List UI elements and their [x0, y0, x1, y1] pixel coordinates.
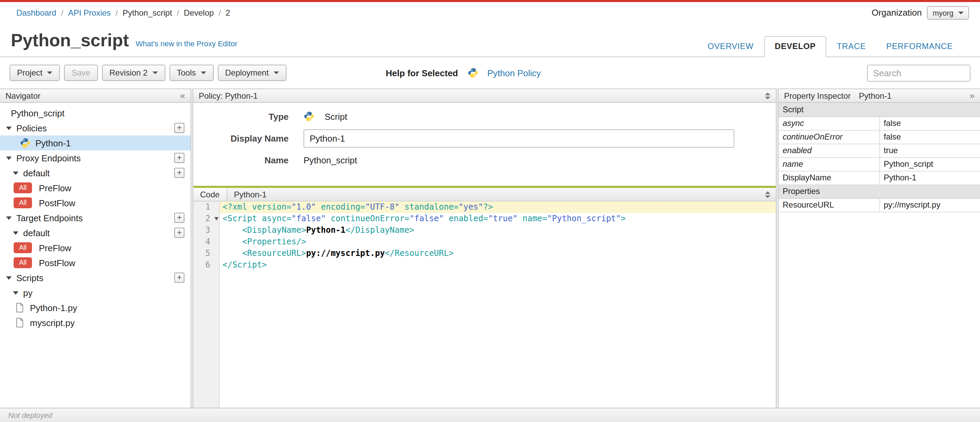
line-number: 3 — [193, 225, 220, 236]
organization-select[interactable]: myorg — [927, 6, 969, 19]
tools-menu-button[interactable]: Tools — [169, 65, 214, 81]
disclosure-triangle-icon[interactable] — [13, 171, 18, 175]
code-editor[interactable]: 1<?xml version="1.0" encoding="UTF-8" st… — [193, 201, 776, 408]
python-icon — [468, 67, 479, 78]
collapse-left-icon[interactable]: « — [180, 91, 185, 100]
nav-item-proxy-endpoints[interactable]: Proxy Endpoints+ — [0, 150, 191, 166]
disclosure-triangle-icon[interactable] — [6, 216, 11, 220]
disclosure-triangle-icon[interactable] — [6, 126, 11, 130]
collapse-right-icon[interactable]: » — [970, 91, 975, 100]
code-line[interactable]: <Script async="false" continueOnError="f… — [220, 213, 776, 225]
nav-item-preflow[interactable]: AllPreFlow — [0, 180, 191, 195]
panel-splitter[interactable] — [776, 89, 778, 408]
code-tab[interactable]: Code — [193, 188, 227, 201]
inspector-property-value[interactable]: true — [879, 143, 980, 157]
tools-menu-label: Tools — [177, 68, 196, 78]
nav-item-myscript-py[interactable]: myscript.py — [0, 315, 191, 330]
tab-trace[interactable]: TRACE — [827, 37, 875, 56]
python-policy-help-link[interactable]: Python Policy — [487, 68, 541, 78]
display-name-row: Display Name — [193, 129, 776, 148]
display-name-label: Display Name — [193, 134, 288, 143]
code-line[interactable]: </Script> — [220, 259, 776, 271]
inspector-property-name: enabled — [778, 143, 879, 157]
disclosure-triangle-icon[interactable] — [13, 231, 18, 234]
tab-performance[interactable]: PERFORMANCE — [877, 37, 963, 56]
chevron-down-icon — [274, 72, 279, 74]
add-button[interactable]: + — [174, 213, 185, 223]
collapse-expand-icon[interactable] — [765, 191, 770, 198]
nav-item-label: PostFlow — [39, 198, 75, 208]
inspector-property-value[interactable]: py://myscript.py — [879, 198, 980, 212]
python-icon — [20, 137, 30, 148]
code-line[interactable]: <ResourceURL>py://myscript.py</ResourceU… — [220, 248, 776, 259]
breadcrumb-item[interactable]: API Proxies — [68, 8, 111, 18]
revision-menu-button[interactable]: Revision 2 — [102, 65, 165, 81]
main-tabs: OVERVIEWDEVELOPTRACEPERFORMANCE — [698, 36, 963, 56]
tab-develop[interactable]: DEVELOP — [765, 36, 826, 57]
nav-item-label: Scripts — [16, 272, 43, 283]
inspector-property-value[interactable]: false — [879, 116, 980, 130]
add-button[interactable]: + — [174, 168, 185, 178]
disclosure-triangle-icon[interactable] — [13, 291, 18, 295]
page-title: Python_script — [11, 30, 129, 51]
type-label: Type — [193, 111, 288, 121]
inspector-property-value[interactable]: Python-1 — [879, 171, 980, 185]
inspector-row-resourceurl: ResourceURLpy://myscript.py — [778, 198, 980, 212]
property-inspector-subtitle: Python-1 — [859, 91, 891, 100]
nav-item-default[interactable]: default+ — [0, 225, 191, 240]
breadcrumb-separator: / — [61, 8, 63, 18]
inspector-row-name: namePython_script — [778, 157, 980, 171]
breadcrumb-item[interactable]: Dashboard — [16, 8, 56, 18]
policy-editor-panel: Policy: Python-1 Type Script Display Nam… — [193, 89, 776, 408]
inspector-property-value[interactable]: Python_script — [879, 157, 980, 171]
nav-item-python-1[interactable]: Python-1 — [0, 135, 191, 150]
deployment-menu-label: Deployment — [225, 68, 269, 78]
nav-item-scripts[interactable]: Scripts+ — [0, 270, 191, 285]
nav-item-label: PreFlow — [39, 183, 71, 193]
nav-item-policies[interactable]: Policies+ — [0, 121, 191, 135]
flow-condition-badge: All — [14, 257, 32, 268]
inspector-row-displayname: DisplayNamePython-1 — [778, 171, 980, 185]
disclosure-triangle-icon[interactable] — [6, 276, 11, 279]
search-input[interactable] — [867, 64, 970, 81]
display-name-input[interactable] — [304, 129, 734, 148]
nav-item-preflow[interactable]: AllPreFlow — [0, 240, 191, 255]
nav-item-python-1-py[interactable]: Python-1.py — [0, 300, 191, 315]
tab-overview[interactable]: OVERVIEW — [698, 37, 763, 56]
deployment-menu-button[interactable]: Deployment — [218, 65, 286, 81]
code-line[interactable]: <?xml version="1.0" encoding="UTF-8" sta… — [220, 201, 776, 213]
breadcrumb-item: 2 — [226, 8, 230, 18]
nav-item-target-endpoints[interactable]: Target Endpoints+ — [0, 210, 191, 225]
disclosure-triangle-icon[interactable] — [6, 156, 11, 159]
collapse-expand-icon[interactable] — [765, 92, 770, 99]
status-bar: Not deployed — [0, 408, 980, 422]
panel-splitter[interactable] — [191, 89, 193, 408]
save-button[interactable]: Save — [64, 65, 98, 81]
main-area: Navigator « Python_scriptPolicies+Python… — [0, 89, 980, 408]
code-line[interactable]: <DisplayName>Python-1</DisplayName> — [220, 225, 776, 236]
nav-item-postflow[interactable]: AllPostFlow — [0, 195, 191, 210]
whats-new-link[interactable]: What's new in the Proxy Editor — [136, 40, 237, 48]
nav-item-py[interactable]: py — [0, 285, 191, 300]
add-button[interactable]: + — [174, 228, 185, 238]
nav-item-python_script[interactable]: Python_script — [0, 105, 191, 121]
name-value: Python_script — [304, 155, 357, 166]
code-fold-icon[interactable] — [215, 217, 218, 221]
inspector-property-name: name — [778, 157, 879, 171]
nav-item-label: default — [23, 228, 50, 238]
breadcrumb-item: Python_script — [123, 8, 172, 18]
inspector-row-enabled: enabledtrue — [778, 143, 980, 157]
organization-area: Organization myorg — [872, 6, 969, 19]
line-number: 6 — [193, 259, 220, 271]
add-button[interactable]: + — [174, 123, 185, 133]
add-button[interactable]: + — [174, 272, 185, 283]
nav-item-default[interactable]: default+ — [0, 166, 191, 180]
nav-item-label: myscript.py — [30, 317, 75, 328]
code-line[interactable]: <Properties/> — [220, 236, 776, 248]
project-menu-button[interactable]: Project — [10, 65, 60, 81]
inspector-property-value[interactable]: false — [879, 130, 980, 143]
type-value: Script — [304, 111, 347, 122]
add-button[interactable]: + — [174, 153, 185, 163]
nav-item-postflow[interactable]: AllPostFlow — [0, 255, 191, 270]
navigator-header: Navigator « — [0, 89, 191, 103]
